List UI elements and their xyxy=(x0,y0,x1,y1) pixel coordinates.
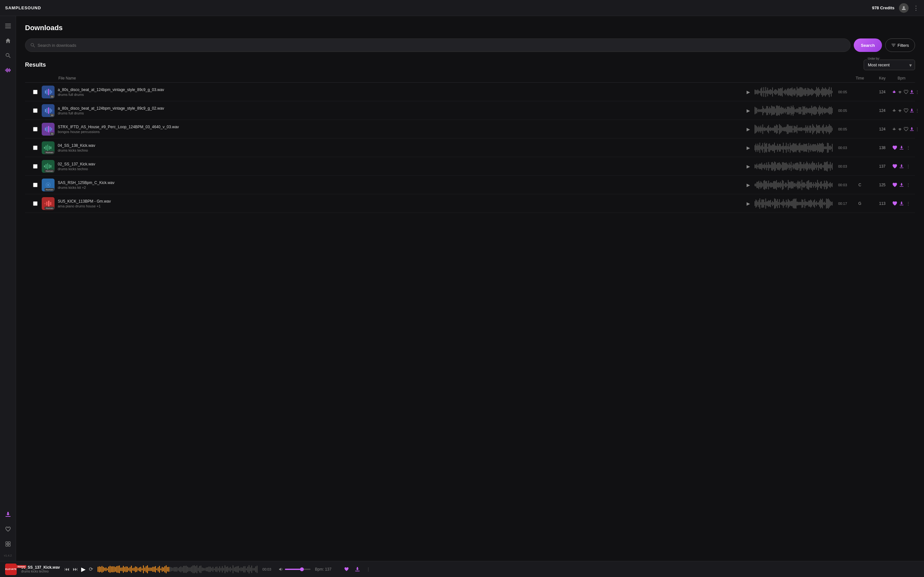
player-play-pause-button[interactable]: ▶ xyxy=(81,566,86,573)
track-download-button[interactable] xyxy=(910,106,914,115)
svg-rect-15 xyxy=(6,544,8,546)
volume-slider[interactable] xyxy=(285,569,310,570)
track-favorite-button[interactable] xyxy=(892,162,897,171)
svg-rect-439 xyxy=(821,163,822,169)
player-favorite-button[interactable] xyxy=(342,565,351,574)
svg-rect-602 xyxy=(815,202,816,205)
track-checkbox[interactable] xyxy=(33,90,37,94)
filters-button[interactable]: Filters xyxy=(885,39,915,52)
track-play-button[interactable]: ▶ xyxy=(744,88,752,96)
svg-rect-214 xyxy=(769,127,770,131)
sidebar-item-menu[interactable] xyxy=(2,20,14,32)
svg-rect-121 xyxy=(762,106,763,115)
track-play-button[interactable]: ▶ xyxy=(744,107,752,114)
svg-rect-464 xyxy=(763,181,764,189)
track-favorite-button[interactable] xyxy=(903,106,909,115)
svg-rect-528 xyxy=(826,181,827,189)
track-like-button[interactable] xyxy=(892,125,897,134)
track-more-button[interactable]: ⋮ xyxy=(906,143,911,152)
svg-rect-692 xyxy=(192,565,194,573)
player-download-button[interactable] xyxy=(353,565,362,574)
svg-rect-492 xyxy=(791,181,792,189)
track-favorite-button[interactable] xyxy=(892,199,897,208)
track-dislike-button[interactable] xyxy=(898,87,902,97)
sidebar-item-downloads[interactable] xyxy=(2,508,14,521)
svg-rect-449 xyxy=(831,164,832,168)
track-more-button[interactable]: ⋮ xyxy=(906,162,911,171)
player-loop-button[interactable]: ⟳ xyxy=(89,566,93,572)
track-download-button[interactable] xyxy=(899,162,904,171)
track-more-button[interactable]: ⋮ xyxy=(915,106,919,115)
svg-rect-331 xyxy=(800,143,800,153)
svg-rect-418 xyxy=(800,161,801,171)
svg-rect-247 xyxy=(801,127,802,131)
track-like-button[interactable] xyxy=(892,87,897,97)
svg-rect-681 xyxy=(178,568,179,571)
track-play-button[interactable]: ▶ xyxy=(744,125,752,133)
svg-rect-437 xyxy=(819,164,820,168)
search-input[interactable] xyxy=(37,43,845,48)
track-download-button[interactable] xyxy=(910,87,914,97)
svg-rect-137 xyxy=(778,106,779,115)
track-favorite-button[interactable] xyxy=(903,125,909,134)
svg-rect-683 xyxy=(180,566,181,572)
svg-rect-571 xyxy=(785,202,786,205)
track-checkbox[interactable] xyxy=(33,145,37,150)
track-checkbox[interactable] xyxy=(33,164,37,169)
track-checkbox-cell xyxy=(29,145,42,150)
svg-rect-344 xyxy=(813,144,813,151)
order-by-select[interactable]: Most recent Oldest Name A-Z Name Z-A xyxy=(864,60,915,70)
svg-rect-722 xyxy=(233,565,234,573)
player-more-button[interactable]: ⋮ xyxy=(364,565,373,574)
track-more-button[interactable]: ⋮ xyxy=(906,199,911,208)
track-more-button[interactable]: ⋮ xyxy=(906,181,911,189)
top-nav-more-button[interactable]: ⋮ xyxy=(913,5,919,11)
track-download-button[interactable] xyxy=(910,125,914,134)
player-next-button[interactable]: ⏭ xyxy=(73,566,78,572)
svg-rect-108 xyxy=(45,109,46,112)
svg-rect-130 xyxy=(771,105,772,116)
track-download-button[interactable] xyxy=(899,143,904,152)
track-checkbox[interactable] xyxy=(33,127,37,131)
track-checkbox[interactable] xyxy=(33,108,37,113)
svg-rect-365 xyxy=(900,149,903,149)
track-play-button[interactable]: ▶ xyxy=(744,181,752,189)
svg-rect-671 xyxy=(164,566,165,572)
sidebar-item-waveform[interactable] xyxy=(2,64,14,76)
svg-rect-11 xyxy=(10,69,11,71)
track-like-button[interactable] xyxy=(892,106,897,115)
track-ai-badge: AI xyxy=(50,114,54,117)
svg-rect-719 xyxy=(228,568,229,571)
svg-rect-556 xyxy=(771,200,771,207)
svg-rect-209 xyxy=(764,127,765,131)
track-favorite-button[interactable] xyxy=(892,181,897,189)
track-favorite-button[interactable] xyxy=(903,87,909,97)
search-button[interactable]: Search xyxy=(854,39,882,52)
track-favorite-button[interactable] xyxy=(892,143,897,152)
track-download-button[interactable] xyxy=(899,199,904,208)
track-play-button[interactable]: ▶ xyxy=(744,200,752,207)
user-avatar[interactable] xyxy=(899,3,909,13)
track-dislike-button[interactable] xyxy=(898,106,902,115)
sidebar-item-home[interactable] xyxy=(2,35,14,47)
sidebar-item-search[interactable] xyxy=(2,49,14,61)
track-ai-badge: AI xyxy=(50,95,54,98)
svg-rect-43 xyxy=(771,89,771,95)
player-prev-button[interactable]: ⏮ xyxy=(65,566,69,572)
sidebar-item-projects[interactable] xyxy=(2,538,14,550)
svg-rect-388 xyxy=(771,162,772,170)
track-download-button[interactable] xyxy=(899,181,904,189)
track-more-button[interactable]: ⋮ xyxy=(915,125,919,134)
track-checkbox[interactable] xyxy=(33,201,37,206)
track-more-button[interactable]: ⋮ xyxy=(915,87,919,97)
svg-rect-669 xyxy=(162,567,163,572)
svg-rect-371 xyxy=(754,164,755,168)
svg-rect-712 xyxy=(219,566,220,572)
sidebar-item-favorites[interactable] xyxy=(2,523,14,535)
track-dislike-button[interactable] xyxy=(898,125,902,134)
track-play-button[interactable]: ▶ xyxy=(744,163,752,170)
svg-rect-190 xyxy=(830,107,830,114)
svg-rect-684 xyxy=(182,567,183,571)
track-checkbox[interactable] xyxy=(33,183,37,187)
track-play-button[interactable]: ▶ xyxy=(744,144,752,152)
